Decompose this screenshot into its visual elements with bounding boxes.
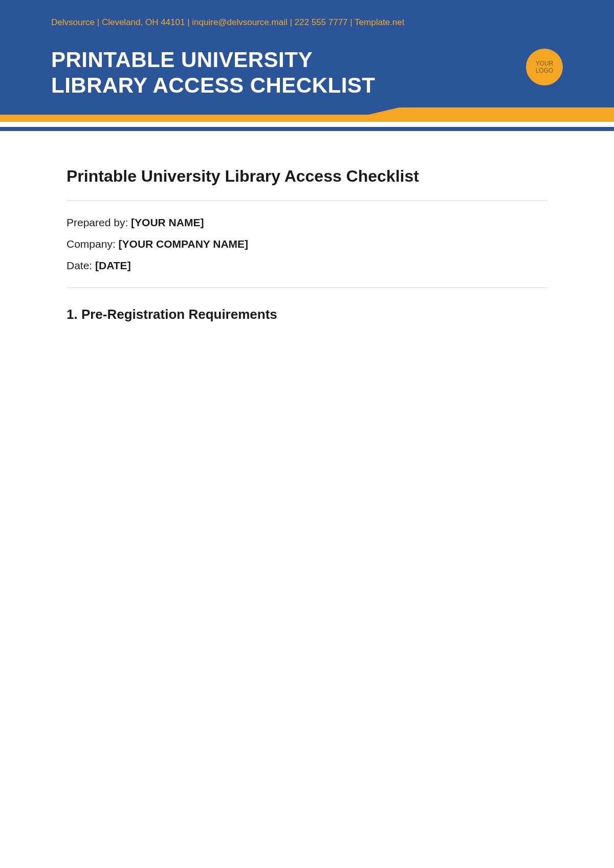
logo-placeholder: YOUR LOGO: [526, 49, 563, 85]
prepared-by-value: [YOUR NAME]: [131, 216, 204, 228]
company-label: Company:: [67, 238, 119, 250]
header-title-line1: PRINTABLE UNIVERSITY: [51, 47, 563, 73]
date-line: Date: [DATE]: [67, 259, 547, 272]
divider-top: [67, 200, 547, 201]
date-value: [DATE]: [95, 259, 131, 271]
section-1-heading: 1. Pre-Registration Requirements: [67, 307, 547, 322]
header-title-line2: LIBRARY ACCESS CHECKLIST: [51, 73, 563, 98]
header-title: PRINTABLE UNIVERSITY LIBRARY ACCESS CHEC…: [51, 47, 563, 99]
header-orange-band: [0, 107, 614, 122]
prepared-by-label: Prepared by:: [67, 216, 131, 228]
prepared-by-line: Prepared by: [YOUR NAME]: [67, 216, 547, 229]
date-label: Date:: [67, 259, 95, 271]
company-line: Company: [YOUR COMPANY NAME]: [67, 238, 547, 250]
header-meta-line: Delvsource | Cleveland, OH 44101 | inqui…: [51, 17, 563, 28]
logo-text-line2: LOGO: [536, 67, 554, 74]
document-header: Delvsource | Cleveland, OH 44101 | inqui…: [0, 0, 614, 107]
header-thin-blue-rule: [0, 127, 614, 131]
company-value: [YOUR COMPANY NAME]: [119, 238, 249, 250]
logo-text-line1: YOUR: [536, 60, 554, 67]
divider-bottom: [67, 287, 547, 288]
document-title: Printable University Library Access Chec…: [67, 167, 547, 186]
document-content: Printable University Library Access Chec…: [0, 131, 614, 322]
